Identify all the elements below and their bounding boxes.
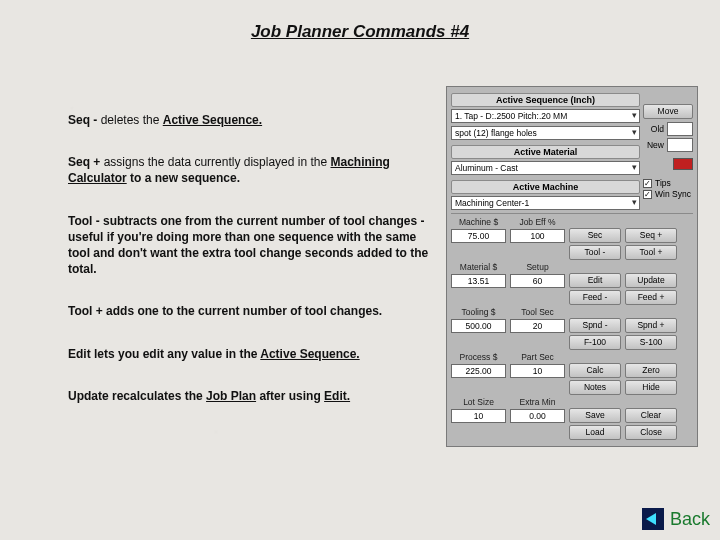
para-seq-minus: Seq - deletes the Active Sequence.	[68, 112, 438, 128]
seq-plus-button[interactable]: Seq +	[625, 228, 677, 243]
term-underline: Job Plan	[206, 389, 256, 403]
lbl-machine-cost: Machine $	[451, 217, 506, 228]
new-field[interactable]	[667, 138, 693, 152]
tips-checkbox[interactable]: ✓ Tips	[643, 178, 693, 188]
text: assigns the data currently displayed in …	[100, 155, 330, 169]
zero-button[interactable]: Zero	[625, 363, 677, 378]
sequence-dropdown-text: 1. Tap - D:.2500 Pitch:.20 MM	[455, 111, 567, 121]
field-setup[interactable]: 60	[510, 274, 565, 288]
edit-button[interactable]: Edit	[569, 273, 621, 288]
lbl-material-cost: Material $	[451, 262, 506, 273]
para-tool-minus: Tool - subtracts one from the current nu…	[68, 213, 438, 278]
spnd-minus-button[interactable]: Spnd -	[569, 318, 621, 333]
term: Update	[68, 389, 109, 403]
f100-button[interactable]: F-100	[569, 335, 621, 350]
term: Tool +	[68, 304, 103, 318]
checkbox-icon: ✓	[643, 190, 652, 199]
field-tool-sec[interactable]: 20	[510, 319, 565, 333]
notes-dropdown[interactable]: spot (12) flange holes	[451, 126, 640, 140]
notes-button[interactable]: Notes	[569, 380, 621, 395]
field-job-eff[interactable]: 100	[510, 229, 565, 243]
field-tooling-cost[interactable]: 500.00	[451, 319, 506, 333]
material-dropdown-text: Aluminum - Cast	[455, 163, 518, 173]
clear-button[interactable]: Clear	[625, 408, 677, 423]
text-bold: after using	[256, 389, 324, 403]
feed-plus-button[interactable]: Feed +	[625, 290, 677, 305]
para-tool-plus: Tool + adds one to the current number of…	[68, 303, 438, 319]
winsync-label: Win Sync	[655, 189, 691, 199]
machine-dropdown-text: Machining Center-1	[455, 198, 529, 208]
color-swatch[interactable]	[673, 158, 693, 170]
move-button[interactable]: Move	[643, 104, 693, 119]
lbl-lot-size: Lot Size	[451, 397, 506, 408]
machine-dropdown[interactable]: Machining Center-1	[451, 196, 640, 210]
job-planner-panel: Active Sequence (Inch) 1. Tap - D:.2500 …	[446, 86, 698, 447]
term-underline: Edit.	[324, 389, 350, 403]
text-bold: to a new sequence.	[127, 171, 240, 185]
text-bold: recalculates the	[109, 389, 206, 403]
calc-button[interactable]: Calc	[569, 363, 621, 378]
term-underline: Active Sequence.	[163, 113, 262, 127]
hide-button[interactable]: Hide	[625, 380, 677, 395]
sec-button[interactable]: Sec	[569, 228, 621, 243]
active-machine-header: Active Machine	[451, 180, 640, 194]
text-bold: lets you edit any value in the	[91, 347, 261, 361]
term: Tool -	[68, 214, 100, 228]
load-button[interactable]: Load	[569, 425, 621, 440]
page-title: Job Planner Commands #4	[0, 22, 720, 42]
old-label: Old	[643, 124, 664, 134]
lbl-tool-sec: Tool Sec	[510, 307, 565, 318]
lbl-tooling-cost: Tooling $	[451, 307, 506, 318]
field-lot-size[interactable]: 10	[451, 409, 506, 423]
tips-label: Tips	[655, 178, 671, 188]
para-edit: Edit lets you edit any value in the Acti…	[68, 346, 438, 362]
back-label: Back	[670, 509, 710, 530]
new-label: New	[643, 140, 664, 150]
lbl-extra-min: Extra Min	[510, 397, 565, 408]
notes-dropdown-text: spot (12) flange holes	[455, 128, 537, 138]
spnd-plus-button[interactable]: Spnd +	[625, 318, 677, 333]
material-dropdown[interactable]: Aluminum - Cast	[451, 161, 640, 175]
update-button[interactable]: Update	[625, 273, 677, 288]
field-material-cost[interactable]: 13.51	[451, 274, 506, 288]
field-machine-cost[interactable]: 75.00	[451, 229, 506, 243]
text-bold: adds one to the current number of tool c…	[103, 304, 382, 318]
lbl-job-eff: Job Eff %	[510, 217, 565, 228]
back-link[interactable]: Back	[642, 508, 710, 530]
text: deletes the	[97, 113, 162, 127]
back-arrow-icon	[642, 508, 664, 530]
lbl-process-cost: Process $	[451, 352, 506, 363]
para-seq-plus: Seq + assigns the data currently display…	[68, 154, 438, 186]
lbl-part-sec: Part Sec	[510, 352, 565, 363]
text-bold: subtracts one from the current number of…	[68, 214, 428, 277]
term: Edit	[68, 347, 91, 361]
lbl-setup: Setup	[510, 262, 565, 273]
tool-minus-button[interactable]: Tool -	[569, 245, 621, 260]
field-process-cost[interactable]: 225.00	[451, 364, 506, 378]
bottom-grid: Machine $75.00 Job Eff %100 Sec Seq + To…	[451, 213, 693, 440]
sequence-dropdown[interactable]: 1. Tap - D:.2500 Pitch:.20 MM	[451, 109, 640, 123]
checkbox-icon: ✓	[643, 179, 652, 188]
description-column: Seq - deletes the Active Sequence. Seq +…	[68, 112, 438, 430]
term: Seq -	[68, 113, 97, 127]
winsync-checkbox[interactable]: ✓ Win Sync	[643, 189, 693, 199]
active-material-header: Active Material	[451, 145, 640, 159]
feed-minus-button[interactable]: Feed -	[569, 290, 621, 305]
close-button[interactable]: Close	[625, 425, 677, 440]
field-extra-min[interactable]: 0.00	[510, 409, 565, 423]
active-sequence-header: Active Sequence (Inch)	[451, 93, 640, 107]
old-field[interactable]	[667, 122, 693, 136]
term-underline: Active Sequence.	[260, 347, 359, 361]
save-button[interactable]: Save	[569, 408, 621, 423]
para-update: Update recalculates the Job Plan after u…	[68, 388, 438, 404]
tool-plus-button[interactable]: Tool +	[625, 245, 677, 260]
term: Seq +	[68, 155, 100, 169]
field-part-sec[interactable]: 10	[510, 364, 565, 378]
s100-button[interactable]: S-100	[625, 335, 677, 350]
